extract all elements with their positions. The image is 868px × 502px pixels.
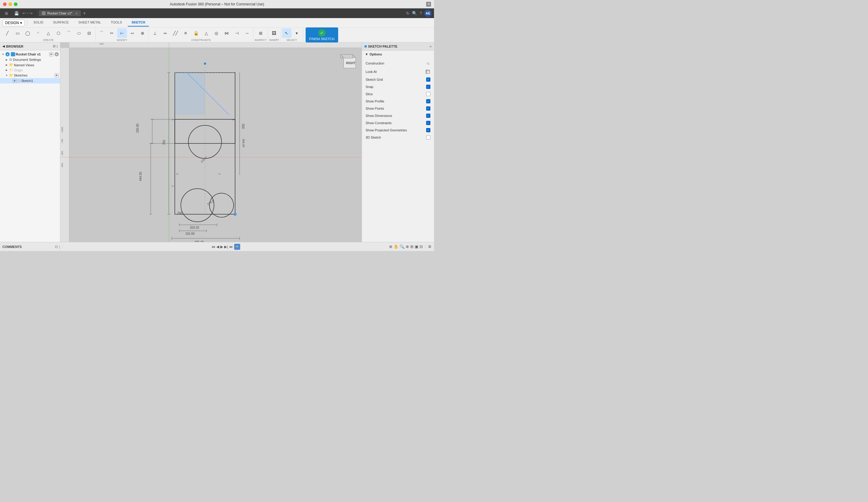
show-constraints-checkbox[interactable]: ✓ [426, 121, 431, 125]
trim-tool[interactable]: ✂ [107, 28, 117, 38]
gear-settings-icon[interactable]: ⚙ [428, 244, 432, 249]
visibility-icon-sketches[interactable]: 👁 [54, 73, 59, 77]
tree-item-sketches[interactable]: ▼ 📁 Sketches 👁 [0, 73, 60, 78]
polygon-tool[interactable]: ⬡ [54, 28, 63, 38]
design-dropdown-button[interactable]: DESIGN ▾ [2, 20, 25, 26]
extend-tool[interactable]: ⊢ [117, 28, 127, 38]
arc-tool[interactable]: ◜ [33, 28, 43, 38]
timeline-last-button[interactable]: ⏭ [229, 245, 233, 249]
collinear-constraint[interactable]: ═ [161, 28, 170, 38]
view-mode-button[interactable]: ▣ [415, 244, 418, 249]
redo-button[interactable]: ↪ [30, 11, 32, 15]
mirror-constraint[interactable]: ⋈ [222, 28, 231, 38]
concentric-constraint[interactable]: ◎ [211, 28, 221, 38]
save-icon[interactable]: 💾 [12, 11, 21, 16]
fix-constraint[interactable]: ⊣ [232, 28, 242, 38]
options-section-header[interactable]: ▼ Options [362, 51, 434, 58]
coincident-constraint[interactable]: ⊥ [150, 28, 160, 38]
select-tool[interactable]: ↖ [282, 28, 291, 38]
minimize-window-button[interactable] [8, 2, 12, 6]
break-tool[interactable]: ∾ [127, 28, 137, 38]
slot-tool[interactable]: ⊟ [84, 28, 94, 38]
display-settings-button[interactable]: ⊞ [410, 244, 413, 249]
show-points-label: Show Points [365, 107, 426, 110]
comments-expand-icon[interactable]: | [59, 245, 60, 249]
maximize-window-button[interactable] [14, 2, 18, 6]
show-points-checkbox[interactable]: ✓ [426, 106, 431, 111]
tab-solid[interactable]: SOLID [30, 19, 47, 27]
construction-button[interactable]: ◁ [425, 61, 431, 66]
user-avatar[interactable]: AE [424, 10, 432, 17]
timeline-prev-button[interactable]: ◀ [216, 245, 219, 249]
tree-item-doc-settings[interactable]: ▶ ⚙ Document Settings [0, 57, 60, 62]
measure-tool[interactable]: ⊞ [256, 28, 266, 38]
insert-tools: 🖼 [269, 28, 279, 38]
tab-close-icon[interactable]: ✕ [75, 12, 78, 15]
visibility-icon-root[interactable]: 👁 [49, 52, 53, 56]
show-projected-geometries-checkbox[interactable]: ✓ [426, 128, 431, 132]
tab-sketch[interactable]: SKETCH [128, 19, 148, 27]
triangle-tool[interactable]: △ [43, 28, 53, 38]
timeline-next-button[interactable]: ▶| [224, 245, 228, 249]
browser-collapse-icon[interactable]: | [56, 44, 58, 48]
circle-tool[interactable]: ◯ [23, 28, 32, 38]
pan-button[interactable]: ✋ [394, 244, 399, 249]
equal-constraint[interactable]: △ [201, 28, 211, 38]
sketch-scale-tool[interactable]: ⊕ [138, 28, 147, 38]
tab-tools[interactable]: TOOLS [107, 19, 125, 27]
tab-rocket-chair[interactable]: Rocket Chair v1* ✕ [39, 10, 81, 16]
finish-sketch-button[interactable]: ✓ FINISH SKETCH [306, 28, 338, 42]
fillet-tool[interactable]: ⌒ [97, 28, 106, 38]
rectangle-tool[interactable]: ▭ [13, 28, 22, 38]
insert-image-tool[interactable]: 🖼 [269, 28, 279, 38]
sketch-grid-checkbox[interactable]: ✓ [426, 77, 431, 82]
timeline-first-button[interactable]: ⏮ [211, 245, 215, 249]
svg-point-8 [209, 193, 234, 217]
tree-item-root[interactable]: ▼ ● Rocket Chair v1 👁 ● [0, 52, 60, 57]
settings-icon[interactable]: ⚙ [426, 2, 431, 7]
ruler-v-label-500: -500 [61, 151, 64, 156]
record-icon[interactable]: ● [54, 52, 59, 56]
comments-label: COMMENTS [2, 245, 22, 249]
help-icon[interactable]: ? [420, 11, 422, 16]
zoom-button[interactable]: 🔍 [400, 244, 404, 249]
look-at-button[interactable] [425, 69, 431, 74]
show-dimensions-checkbox[interactable]: ✓ [426, 114, 431, 118]
visibility-icon-sketch1[interactable]: 👁 [13, 79, 17, 83]
comments-settings-icon[interactable]: ⊟ [55, 245, 58, 249]
lock-constraint[interactable]: 🔒 [191, 28, 201, 38]
zoom-window-button[interactable]: ⊕ [406, 244, 409, 249]
new-tab-button[interactable]: + [83, 11, 86, 16]
ellipse-tool[interactable]: ⬭ [74, 28, 84, 38]
close-window-button[interactable] [3, 2, 7, 6]
line-tool[interactable]: ╱ [2, 28, 12, 38]
snap-checkbox[interactable]: ✓ [426, 85, 431, 89]
snap-view-button[interactable]: ⊕ [389, 244, 392, 249]
tangent-constraint[interactable]: ✕ [181, 28, 190, 38]
search-icon[interactable]: 🔍 [412, 11, 417, 16]
parallel-constraint[interactable]: ╱╱ [170, 28, 180, 38]
undo-button[interactable]: ↩ [23, 11, 25, 15]
view-cube[interactable]: RIGHT Z [338, 52, 359, 73]
spline-tool[interactable]: ⌒ [64, 28, 74, 38]
timeline-play-button[interactable]: ▶ [220, 245, 223, 249]
browser-back-icon[interactable]: ◀ [2, 45, 5, 48]
show-profile-checkbox[interactable]: ✓ [426, 99, 431, 103]
tab-surface[interactable]: SURFACE [50, 19, 72, 27]
layout-button[interactable]: ⊟ [420, 244, 423, 249]
sync-icon[interactable]: ↻ [406, 11, 410, 16]
select-dropdown[interactable]: ▾ [292, 28, 302, 38]
tab-sheet-metal[interactable]: SHEET METAL [75, 19, 105, 27]
canvas-viewport[interactable]: 100 -1000 -750 -500 -250 [60, 42, 362, 251]
create-tools: ╱ ▭ ◯ ◜ △ ⬡ ⌒ ⬭ ⊟ [2, 28, 94, 38]
browser-settings-icon[interactable]: ⊟ [53, 44, 55, 48]
dimension-tool[interactable]: ↔ [242, 28, 252, 38]
app-grid-icon[interactable]: ⊞ [2, 11, 11, 16]
tree-item-named-views[interactable]: ▶ 📁 Named Views [0, 62, 60, 67]
slice-checkbox[interactable] [426, 92, 431, 96]
select-group: ↖ ▾ SELECT [281, 28, 303, 42]
tree-item-sketch1[interactable]: 👁 ⬡ Sketch1 [0, 78, 60, 83]
tree-item-origin[interactable]: ▶ 📁 Origin [0, 67, 60, 73]
palette-expand-icon[interactable]: » [430, 44, 432, 49]
3d-sketch-checkbox[interactable] [426, 135, 431, 139]
